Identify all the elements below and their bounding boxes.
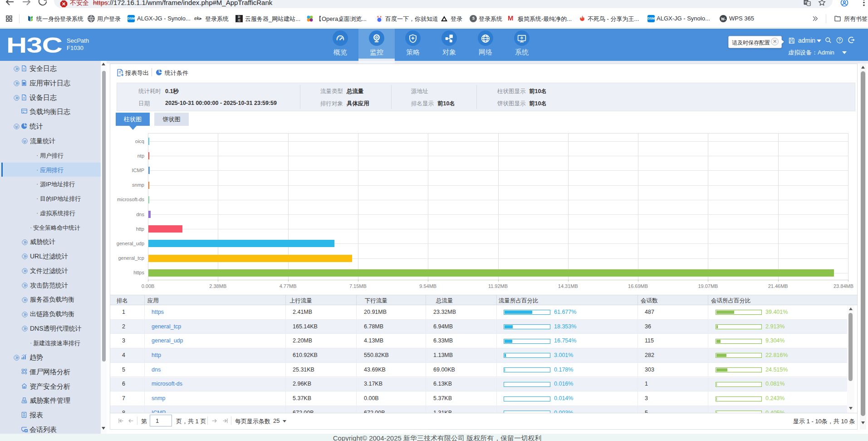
svg-text:文: 文 — [808, 2, 810, 5]
